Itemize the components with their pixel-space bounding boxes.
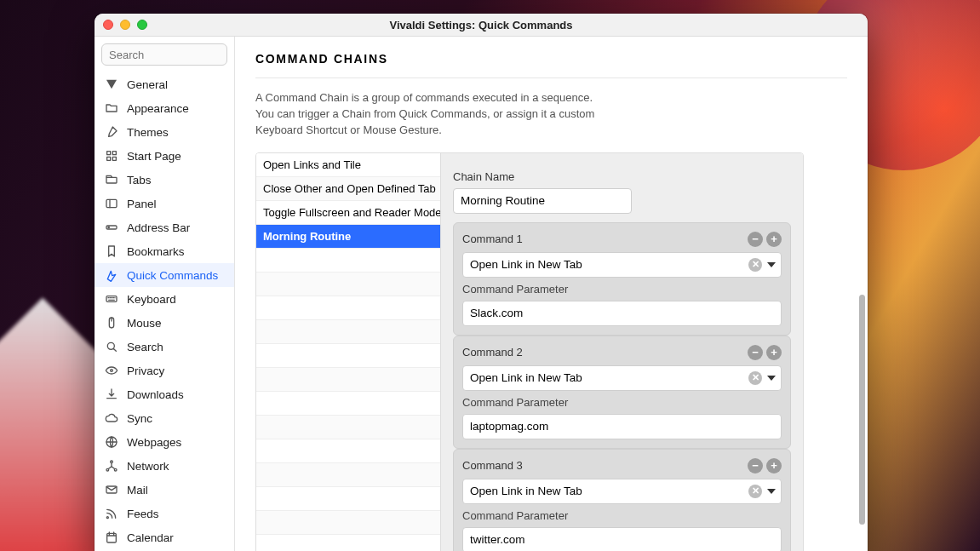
remove-command-button[interactable]: − [748,458,763,474]
command-title: Command 3 [462,459,523,472]
search-input[interactable] [101,43,227,66]
add-command-button[interactable]: + [766,458,782,474]
chain-list-empty-row [256,273,440,296]
sidebar-item-label: Feeds [127,508,159,520]
sidebar-item-label: Bookmarks [127,245,185,258]
sidebar-item-label: Panel [127,198,157,210]
chevron-down-icon [767,489,776,494]
sidebar-item-label: Webpages [127,436,181,449]
mail-icon [105,483,118,496]
sidebar-item-feeds[interactable]: Feeds [95,502,234,525]
sidebar-item-webpages[interactable]: Webpages [95,430,234,454]
command-param-input[interactable] [462,414,782,439]
sidebar-item-downloads[interactable]: Downloads [95,382,234,406]
clear-icon[interactable]: ✕ [748,258,762,272]
close-window-button[interactable] [103,20,113,30]
sidebar-item-keyboard[interactable]: Keyboard [95,287,234,311]
sidebar-item-label: Mail [127,484,148,496]
sidebar-item-search[interactable]: Search [95,335,234,359]
globe-icon [105,435,118,449]
chain-list-item[interactable]: Morning Routine [256,225,440,249]
command-param-label: Command Parameter [462,396,782,409]
sidebar-item-start-page[interactable]: Start Page [95,144,234,168]
chain-list-empty-row [256,416,440,439]
command-action-value: Open Link in New Tab [470,371,582,384]
sidebar-item-mail[interactable]: Mail [95,478,234,502]
sidebar-item-privacy[interactable]: Privacy [95,359,234,382]
network-icon [105,459,118,473]
svg-rect-1 [112,152,116,155]
command-action-value: Open Link in New Tab [470,485,582,497]
minimize-window-button[interactable] [120,20,130,30]
command-action-select[interactable]: Open Link in New Tab ✕ [462,479,782,504]
zoom-window-button[interactable] [137,20,147,30]
chain-list-item[interactable]: Open Links and Tile [256,153,440,177]
main-panel: Command Chains A Command Chain is a grou… [235,37,868,551]
sidebar-item-bookmarks[interactable]: Bookmarks [95,239,234,263]
chain-list-empty-row [256,463,440,487]
clear-icon[interactable]: ✕ [748,371,762,385]
command-chains-editor: Open Links and TileClose Other and Open … [255,152,804,551]
chain-editor: Chain Name Command 1 − + Open Link in Ne… [441,153,803,551]
command-card: Command 3 − + Open Link in New Tab ✕ Com… [453,449,791,551]
divider [255,77,847,78]
sidebar-item-panel[interactable]: Panel [95,192,234,215]
chain-list-empty-row [256,249,440,273]
remove-command-button[interactable]: − [748,345,763,360]
sidebar-item-label: Keyboard [127,293,176,306]
clear-icon[interactable]: ✕ [748,485,762,498]
sidebar-item-quick-commands[interactable]: Quick Commands [95,263,234,287]
sidebar-item-label: Downloads [127,388,184,401]
sidebar-item-network[interactable]: Network [95,454,234,478]
svg-rect-0 [107,152,111,155]
chain-list-empty-row [256,511,440,535]
svg-point-17 [106,517,108,519]
command-param-input[interactable] [462,301,782,326]
svg-point-10 [107,342,114,349]
sidebar-item-label: Tabs [127,174,152,187]
qc-icon [105,268,118,282]
chevron-down-icon [767,262,776,267]
command-param-label: Command Parameter [462,509,782,522]
remove-command-button[interactable]: − [748,232,763,247]
chevron-down-icon [767,376,776,381]
svg-rect-5 [106,199,117,207]
chain-list-empty-row [256,320,440,344]
command-param-input[interactable] [462,527,782,551]
sidebar-item-label: General [127,78,168,91]
chain-list-empty-row [256,535,440,551]
add-command-button[interactable]: + [766,345,782,360]
sidebar-item-mouse[interactable]: Mouse [95,311,234,335]
titlebar: Vivaldi Settings: Quick Commands [95,14,868,37]
command-action-select[interactable]: Open Link in New Tab ✕ [462,252,782,278]
sidebar-item-themes[interactable]: Themes [95,120,234,144]
sidebar: GeneralAppearanceThemesStart PageTabsPan… [95,37,235,551]
command-action-select[interactable]: Open Link in New Tab ✕ [462,365,782,391]
sidebar-item-label: Quick Commands [127,269,218,282]
chain-list-empty-row [256,296,440,320]
sidebar-item-sync[interactable]: Sync [95,406,234,430]
chain-name-input[interactable] [453,188,632,214]
grid-icon [105,149,118,163]
sidebar-item-label: Themes [127,126,169,139]
command-card: Command 1 − + Open Link in New Tab ✕ Com… [453,222,791,336]
add-command-button[interactable]: + [766,232,782,247]
mouse-icon [105,316,118,330]
svg-point-7 [108,227,109,227]
svg-rect-4 [106,177,117,183]
command-card: Command 2 − + Open Link in New Tab ✕ Com… [453,336,791,449]
sidebar-item-tabs[interactable]: Tabs [95,168,234,192]
sidebar-item-appearance[interactable]: Appearance [95,96,234,120]
tabs-icon [105,173,118,187]
command-title: Command 2 [462,346,523,359]
chain-list-item[interactable]: Toggle Fullscreen and Reader Mode [256,201,440,225]
chain-list-item[interactable]: Close Other and Open Defined Tab [256,177,440,201]
vivaldi-icon [105,77,118,91]
sidebar-item-address-bar[interactable]: Address Bar [95,215,234,239]
scrollbar[interactable] [859,295,865,525]
sidebar-item-calendar[interactable]: Calendar [95,525,234,549]
sidebar-item-label: Mouse [127,317,162,330]
sidebar-item-general[interactable]: General [95,72,234,96]
chain-list-empty-row [256,487,440,511]
folder-icon [105,101,118,115]
